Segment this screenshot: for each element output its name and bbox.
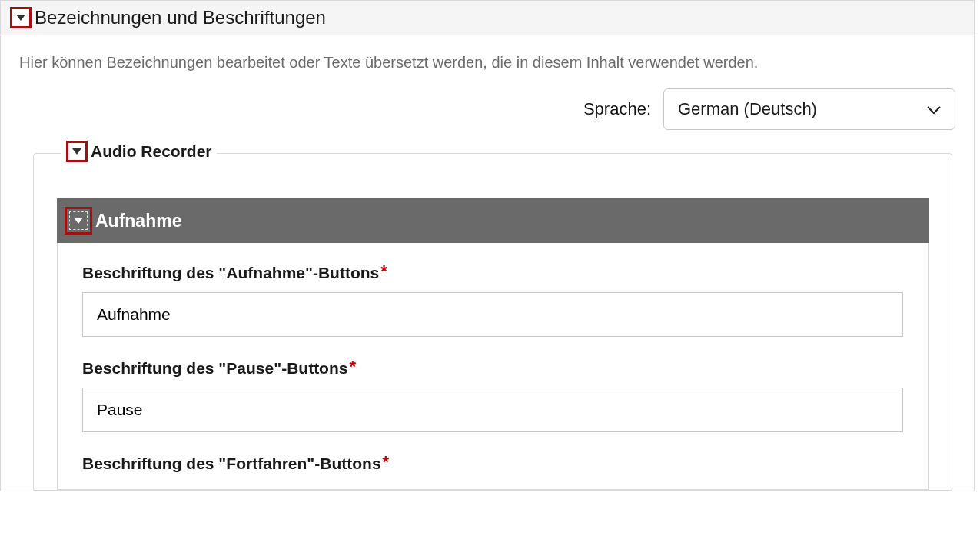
language-row: Sprache: German (Deutsch) bbox=[19, 88, 955, 130]
collapse-toggle-section[interactable] bbox=[65, 207, 92, 235]
record-button-label-label: Beschriftung des "Aufnahme"-Buttons* bbox=[82, 263, 903, 283]
required-indicator: * bbox=[349, 357, 356, 376]
field-label-text: Beschriftung des "Pause"-Buttons bbox=[82, 359, 347, 377]
audio-recorder-legend: Audio Recorder bbox=[61, 141, 217, 162]
record-button-label-input[interactable] bbox=[82, 292, 903, 337]
labels-panel-description: Hier können Bezeichnungen bearbeitet ode… bbox=[19, 54, 955, 72]
aufnahme-section-title: Aufnahme bbox=[95, 211, 181, 231]
audio-recorder-body: Aufnahme Beschriftung des "Aufnahme"-But… bbox=[34, 154, 952, 490]
pause-button-label-label: Beschriftung des "Pause"-Buttons* bbox=[82, 358, 903, 378]
continue-button-label-label: Beschriftung des "Fortfahren"-Buttons* bbox=[82, 454, 903, 474]
collapse-toggle-inner[interactable] bbox=[66, 141, 88, 162]
field-label-text: Beschriftung des "Aufnahme"-Buttons bbox=[82, 264, 379, 281]
audio-recorder-title: Audio Recorder bbox=[91, 142, 212, 161]
aufnahme-section-body: Beschriftung des "Aufnahme"-Buttons* Bes… bbox=[57, 243, 929, 490]
collapse-toggle-outer[interactable] bbox=[10, 7, 32, 28]
pause-button-label-input[interactable] bbox=[82, 388, 903, 432]
required-indicator: * bbox=[383, 452, 390, 471]
required-indicator: * bbox=[380, 261, 387, 281]
chevron-down-icon bbox=[72, 148, 81, 155]
audio-recorder-panel: Audio Recorder Aufnahme Beschriftung des… bbox=[33, 153, 952, 491]
language-label: Sprache: bbox=[583, 99, 651, 119]
chevron-down-icon bbox=[927, 99, 941, 119]
labels-panel-title: Bezeichnungen und Beschriftungen bbox=[35, 7, 326, 28]
svg-marker-0 bbox=[16, 15, 25, 21]
labels-panel: Bezeichnungen und Beschriftungen Hier kö… bbox=[0, 0, 975, 491]
labels-panel-header: Bezeichnungen und Beschriftungen bbox=[1, 1, 974, 35]
labels-panel-body: Hier können Bezeichnungen bearbeitet ode… bbox=[1, 35, 974, 491]
language-select-value: German (Deutsch) bbox=[678, 99, 817, 119]
language-select[interactable]: German (Deutsch) bbox=[663, 88, 955, 130]
svg-marker-1 bbox=[72, 148, 81, 155]
aufnahme-section-header: Aufnahme bbox=[57, 198, 929, 243]
focus-ring bbox=[69, 211, 88, 230]
field-label-text: Beschriftung des "Fortfahren"-Buttons bbox=[82, 454, 381, 472]
chevron-down-icon bbox=[16, 15, 25, 21]
